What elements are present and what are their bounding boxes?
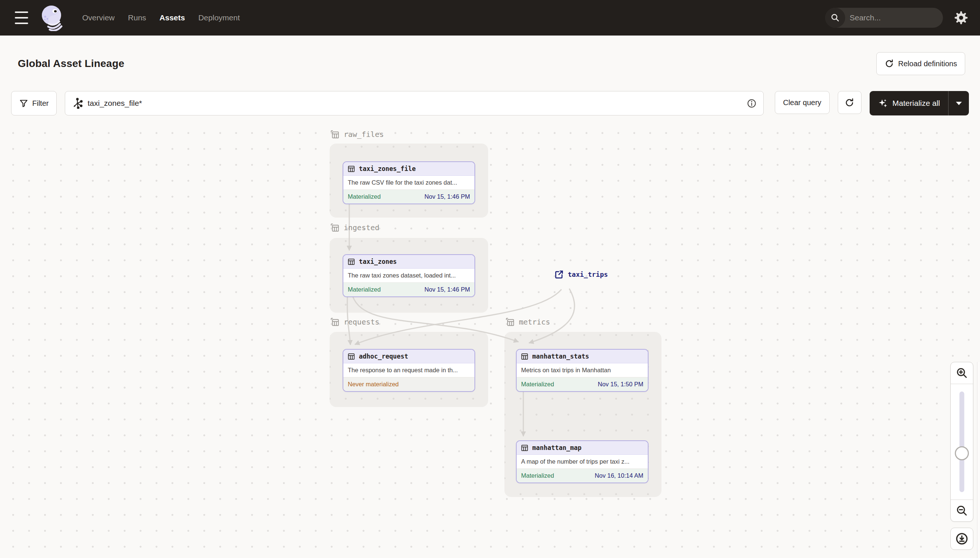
group-icon <box>330 130 339 139</box>
asset-node-manhattan-stats[interactable]: manhattan_stats Metrics on taxi trips in… <box>516 349 649 392</box>
refresh-icon <box>845 98 855 108</box>
menu-icon[interactable] <box>15 11 30 24</box>
global-search[interactable]: / <box>825 8 943 28</box>
asset-node-taxi-zones[interactable]: taxi_zones The raw taxi zones dataset, l… <box>343 254 475 297</box>
funnel-icon <box>19 99 28 108</box>
table-icon <box>521 353 529 360</box>
dagster-logo-icon <box>40 5 65 31</box>
lineage-edges <box>0 122 980 558</box>
zoom-slider-thumb[interactable] <box>955 446 969 460</box>
materialization-timestamp: Nov 16, 10:14 AM <box>595 472 643 479</box>
asset-description: Metrics on taxi trips in Manhattan <box>517 363 648 377</box>
status-badge: Materialized <box>348 193 381 200</box>
asset-selection-input[interactable] <box>65 91 764 115</box>
reload-definitions-button[interactable]: Reload definitions <box>876 52 965 75</box>
status-badge: Never materialized <box>348 381 399 388</box>
zoom-in-button[interactable] <box>951 362 973 384</box>
group-name: raw_files <box>344 130 384 139</box>
group-label-requests[interactable]: requests <box>330 317 379 327</box>
nav-deployment[interactable]: Deployment <box>198 13 240 22</box>
search-input[interactable] <box>845 13 943 22</box>
group-icon <box>330 317 339 327</box>
lineage-toolbar: Filter Clear query <box>0 91 980 115</box>
group-label-metrics[interactable]: metrics <box>505 317 550 327</box>
nav-overview[interactable]: Overview <box>82 13 115 22</box>
filter-label: Filter <box>32 99 48 108</box>
external-asset-label: taxi_trips <box>568 271 608 278</box>
primary-nav: Overview Runs Assets Deployment <box>82 13 240 22</box>
table-icon <box>348 258 355 266</box>
zoom-out-icon <box>955 504 968 517</box>
external-asset-taxi-trips[interactable]: taxi_trips <box>554 269 608 279</box>
table-icon <box>348 165 355 173</box>
asset-title: taxi_zones_file <box>359 165 416 172</box>
lineage-canvas[interactable]: raw_files ingested requests metrics <box>0 122 980 558</box>
page-title: Global Asset Lineage <box>18 58 124 70</box>
gear-icon[interactable] <box>953 10 969 26</box>
asset-title: adhoc_request <box>359 353 408 360</box>
materialize-options-button[interactable] <box>948 91 969 115</box>
asset-description: A map of the number of trips per taxi z.… <box>517 455 648 469</box>
info-icon[interactable] <box>747 98 757 108</box>
group-icon <box>505 317 515 327</box>
asset-selection-query[interactable] <box>87 99 742 108</box>
asset-node-adhoc-request[interactable]: adhoc_request The response to an request… <box>343 349 475 392</box>
recenter-view-button[interactable] <box>950 528 973 550</box>
group-name: metrics <box>519 317 550 327</box>
asset-description: The raw CSV file for the taxi zones dat.… <box>343 176 474 190</box>
zoom-slider-track[interactable] <box>960 392 964 492</box>
asset-title: taxi_zones <box>359 258 397 265</box>
asset-description: The raw taxi zones dataset, loaded int..… <box>343 269 474 283</box>
search-icon <box>825 8 845 28</box>
nav-runs[interactable]: Runs <box>128 13 146 22</box>
clear-query-label: Clear query <box>783 98 821 107</box>
page-header: Global Asset Lineage Reload definitions <box>0 36 980 92</box>
status-badge: Materialized <box>521 472 554 479</box>
group-name: requests <box>344 317 379 327</box>
table-icon <box>521 444 529 452</box>
table-icon <box>348 353 355 360</box>
asset-node-taxi-zones-file[interactable]: taxi_zones_file The raw CSV file for the… <box>343 161 475 204</box>
external-link-icon <box>554 269 564 279</box>
group-label-raw-files[interactable]: raw_files <box>330 130 384 139</box>
materialize-all-label: Materialize all <box>893 99 940 108</box>
refresh-graph-button[interactable] <box>838 91 861 114</box>
group-label-ingested[interactable]: ingested <box>330 223 379 232</box>
zoom-slider[interactable] <box>951 384 973 500</box>
materialize-all-split-button: Materialize all <box>870 91 969 115</box>
zoom-in-icon <box>955 367 968 379</box>
reload-definitions-label: Reload definitions <box>898 59 957 68</box>
dagster-app: Overview Runs Assets Deployment / <box>0 0 980 558</box>
materialization-timestamp: Nov 15, 1:46 PM <box>425 286 470 293</box>
asset-selection-icon <box>72 98 83 109</box>
materialization-timestamp: Nov 15, 1:46 PM <box>425 193 470 200</box>
materialize-all-button[interactable]: Materialize all <box>870 91 948 115</box>
chevron-down-icon <box>956 102 962 105</box>
materialization-timestamp: Nov 15, 1:50 PM <box>598 381 643 388</box>
zoom-controls <box>950 362 973 522</box>
asset-title: manhattan_stats <box>532 353 589 360</box>
status-badge: Materialized <box>348 286 381 293</box>
asset-node-manhattan-map[interactable]: manhattan_map A map of the number of tri… <box>516 440 649 483</box>
sparkles-icon <box>878 98 888 108</box>
canvas-scrollbar[interactable] <box>977 362 980 558</box>
asset-description: The response to an request made in th... <box>343 363 474 377</box>
nav-assets[interactable]: Assets <box>160 13 185 22</box>
clear-query-button[interactable]: Clear query <box>775 91 829 114</box>
recenter-icon <box>955 532 968 545</box>
group-icon <box>330 223 339 232</box>
reload-icon <box>884 59 894 69</box>
filter-button[interactable]: Filter <box>11 91 57 115</box>
group-name: ingested <box>344 223 379 232</box>
zoom-out-button[interactable] <box>951 500 973 521</box>
asset-title: manhattan_map <box>532 444 581 451</box>
top-nav-bar: Overview Runs Assets Deployment / <box>0 0 980 36</box>
status-badge: Materialized <box>521 381 554 388</box>
